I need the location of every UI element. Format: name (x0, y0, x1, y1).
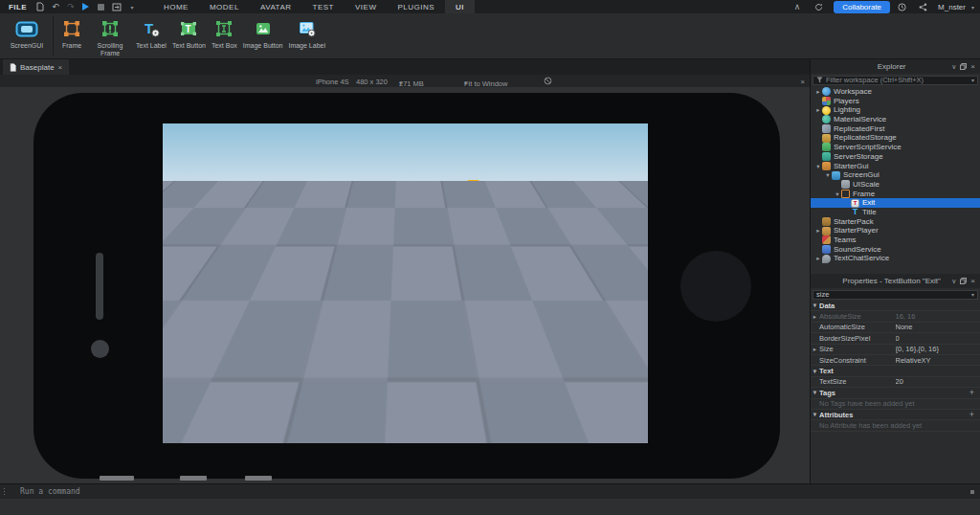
tree-item-serverscriptservice[interactable]: ServerScriptService (811, 143, 980, 152)
sync-icon[interactable] (813, 1, 824, 12)
screengui-button[interactable]: ScreenGUI (4, 13, 50, 58)
explorer-float-icon[interactable] (960, 63, 967, 70)
username[interactable]: M_nster (938, 3, 966, 11)
prop-row-textsize[interactable]: TextSize20 (811, 377, 980, 388)
tree-item-exit[interactable]: TExit (811, 198, 980, 208)
tree-item-players[interactable]: Players (811, 97, 980, 106)
add-attribute-icon[interactable]: + (969, 410, 980, 419)
close-emulation-icon[interactable]: × (801, 78, 805, 86)
tree-item-title[interactable]: TTitle (811, 208, 980, 217)
add-tag-icon[interactable]: + (969, 388, 980, 397)
resize-grip-icon[interactable] (970, 490, 974, 494)
share-icon[interactable] (917, 1, 928, 12)
frame-icon (841, 190, 850, 198)
tree-item-uiscale[interactable]: UIScale (811, 180, 980, 190)
section-text[interactable]: ▾Text (811, 366, 980, 376)
insert-window-icon[interactable] (111, 1, 122, 12)
expand-arrow-icon[interactable]: ▸ (814, 87, 822, 97)
explorer-header[interactable]: Explorer ∨ × (811, 59, 980, 74)
tree-item-lighting[interactable]: ▸Lighting (811, 105, 980, 115)
viewport-3d[interactable]: Settings 10 10 16 x (0, 87, 810, 483)
tree-item-materialservice[interactable]: MaterialService (811, 115, 980, 124)
scrolling-frame-button[interactable]: Scrolling Frame (87, 13, 133, 58)
tree-item-workspace[interactable]: ▸Workspace (811, 87, 980, 97)
file-menu[interactable]: FILE (0, 3, 34, 11)
tree-item-replicatedstorage[interactable]: ReplicatedStorage (811, 133, 980, 143)
collapse-ribbon-icon[interactable]: ∧ (791, 1, 803, 12)
resize-handle[interactable] (459, 189, 464, 193)
prop-row-absolutesize[interactable]: ▸AbsoluteSize16, 16 (811, 311, 980, 322)
properties-close-icon[interactable]: × (970, 277, 975, 285)
expand-arrow-icon[interactable]: ▸ (814, 105, 822, 115)
filter-chevron-icon[interactable]: ▾ (971, 291, 974, 298)
expand-arrow-icon[interactable]: ▸ (814, 254, 822, 263)
settings-frame[interactable]: Settings 10 10 16 x (317, 186, 494, 389)
tab-model[interactable]: MODEL (199, 0, 250, 13)
resize-handle[interactable] (483, 189, 488, 193)
command-input[interactable] (20, 487, 422, 496)
history-clock-icon[interactable] (896, 1, 907, 12)
new-file-icon[interactable] (34, 1, 46, 12)
tab-test[interactable]: TEST (302, 0, 345, 13)
ribbon-separator (53, 16, 54, 56)
doc-tab-close-icon[interactable]: × (58, 63, 63, 72)
properties-filter-input[interactable] (816, 290, 969, 299)
prop-row-bordersizepixel[interactable]: BorderSizePixel0 (811, 333, 980, 344)
device-resolution[interactable]: 480 x 320 (356, 78, 388, 86)
tab-ui[interactable]: UI (445, 0, 475, 13)
frame-button[interactable]: Frame (56, 13, 87, 58)
tree-item-starterpack[interactable]: StarterPack (811, 217, 980, 227)
resize-handle[interactable] (459, 201, 464, 206)
tree-item-startergui[interactable]: ▾StarterGui (811, 162, 980, 171)
properties-header[interactable]: Properties - TextButton "Exit" ∨ × (811, 274, 980, 288)
device-name[interactable]: iPhone 4S (316, 78, 349, 86)
prop-row-automaticsize[interactable]: AutomaticSizeNone (811, 323, 980, 333)
explorer-close-icon[interactable]: × (970, 62, 975, 71)
explorer-filter-input[interactable] (826, 76, 969, 84)
undo-icon[interactable]: ↶ (50, 1, 61, 12)
tree-item-replicatedfirst[interactable]: ReplicatedFirst (811, 124, 980, 134)
properties-float-icon[interactable] (960, 278, 967, 284)
play-icon[interactable] (80, 1, 92, 12)
command-bar-grip[interactable] (3, 487, 7, 497)
tree-item-screengui[interactable]: ▾ScreenGui (811, 170, 980, 180)
tree-item-frame[interactable]: ▾Frame (811, 190, 980, 199)
expand-arrow-icon[interactable]: ▸ (814, 226, 822, 235)
toolbar-options-chevron-icon[interactable]: ▾ (126, 1, 138, 12)
section-tags[interactable]: ▾Tags+ (811, 388, 980, 398)
user-menu-chevron-icon[interactable]: ▾ (971, 4, 974, 11)
section-attributes[interactable]: ▾Attributes+ (811, 410, 980, 420)
image-button-button[interactable]: Image Button (240, 13, 286, 58)
collaborate-button[interactable]: Collaborate (834, 1, 890, 13)
tree-item-textchatservice[interactable]: ▸TextChatService (811, 254, 980, 263)
phone-screen[interactable]: Settings 10 10 16 x (163, 123, 648, 443)
image-label-button[interactable]: Image Label (285, 13, 328, 58)
resize-handle[interactable] (459, 213, 464, 217)
filter-options-chevron-icon[interactable]: ▾ (971, 77, 974, 83)
tree-item-starterplayer[interactable]: ▸StarterPlayer (811, 226, 980, 235)
tree-item-teams[interactable]: Teams (811, 235, 980, 245)
text-box-button[interactable]: Text Box (209, 13, 240, 58)
collapse-arrow-icon[interactable]: ▾ (814, 162, 822, 171)
tab-view[interactable]: VIEW (345, 0, 387, 13)
section-data[interactable]: ▾Data (811, 301, 980, 311)
tab-plugins[interactable]: PLUGINS (387, 0, 445, 13)
collapse-arrow-icon[interactable]: ▾ (824, 170, 832, 180)
text-button-button[interactable]: T Text Button (169, 13, 209, 58)
properties-collapse-icon[interactable]: ∨ (951, 278, 956, 285)
tree-item-label: ReplicatedFirst (834, 124, 884, 134)
tree-item-label: ReplicatedStorage (834, 133, 897, 143)
tab-avatar[interactable]: AVATAR (250, 0, 302, 13)
collapse-arrow-icon[interactable]: ▾ (834, 190, 841, 199)
expand-arrow-icon[interactable]: ▸ (811, 313, 819, 321)
tree-item-soundservice[interactable]: SoundService (811, 245, 980, 255)
text-label-button[interactable]: T Text Label (133, 13, 169, 58)
doc-tab-baseplate[interactable]: Baseplate × (3, 59, 69, 75)
prop-row-size[interactable]: ▸Size{0, 16},{0, 16} (811, 345, 980, 355)
expand-arrow-icon[interactable]: ▸ (811, 346, 819, 353)
tab-home[interactable]: HOME (153, 0, 199, 13)
rotate-device-icon[interactable] (544, 77, 552, 87)
prop-row-sizeconstraint[interactable]: SizeConstraintRelativeXY (811, 355, 980, 366)
tree-item-serverstorage[interactable]: ServerStorage (811, 152, 980, 162)
explorer-collapse-icon[interactable]: ∨ (951, 63, 956, 71)
